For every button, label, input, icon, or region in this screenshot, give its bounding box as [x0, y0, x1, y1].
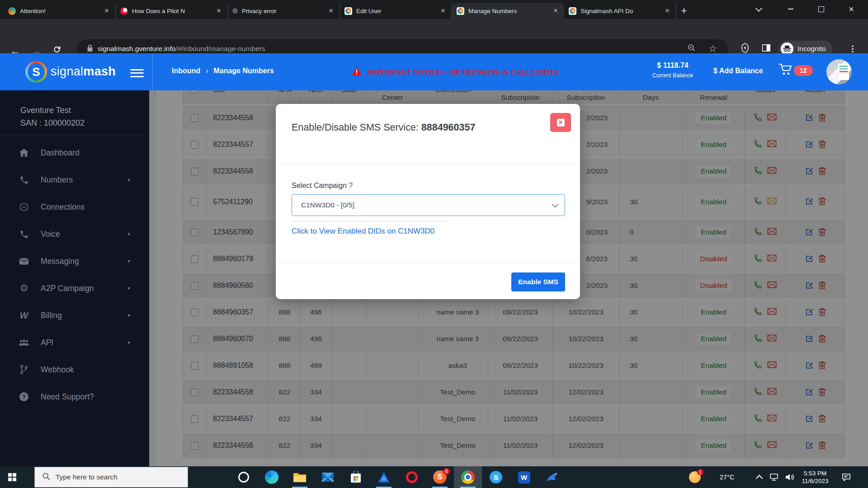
sidebar: Gventure Test SAN : 100000202 DashboardN…	[0, 90, 149, 466]
app-header: S signalmash Inbound › Manage Numbers IM…	[0, 53, 868, 90]
taskbar-app-signalmash-icon[interactable]: S8	[426, 466, 454, 488]
add-balance-button[interactable]: $ Add Balance	[713, 67, 763, 75]
taskbar-app-mail-icon[interactable]	[314, 466, 342, 488]
weather-badge: 1	[697, 469, 703, 475]
chevron-down-icon: ▾	[127, 231, 130, 237]
sidebar-item-label: Billing	[41, 311, 62, 320]
browser-tab[interactable]: Attention!×	[4, 3, 116, 19]
tab-favicon-signalmash-icon: S	[344, 7, 352, 15]
network-icon[interactable]	[769, 466, 778, 488]
tab-favicon-signalmash-icon: S	[457, 7, 464, 15]
taskbar-app-file-explorer-icon[interactable]	[286, 466, 314, 488]
current-balance: $ 1118.74 Current Balance	[641, 61, 704, 79]
sidebar-item-label: Connections	[41, 202, 85, 212]
sidebar-item-voice[interactable]: Voice▾	[0, 221, 149, 248]
browser-tab[interactable]: SSignalmash API Do×	[564, 3, 676, 19]
browser-menu-icon[interactable]	[852, 44, 854, 54]
breadcrumb-section[interactable]: Inbound	[172, 67, 200, 75]
lock-icon	[87, 44, 93, 54]
sidebar-item-label: Webhook	[41, 365, 74, 375]
browser-tab[interactable]: SManage Numbers×	[452, 3, 564, 19]
tab-favicon-signalmash-icon: S	[569, 7, 576, 15]
sidebar-item-webhook[interactable]: Webhook	[0, 356, 149, 383]
phone-icon	[17, 175, 31, 185]
sms-service-modal: Enable/Disable SMS Service: 8884960357 ✕…	[276, 104, 580, 299]
select-chevron-icon	[552, 201, 558, 207]
minimize-button[interactable]	[780, 0, 801, 18]
tab-close-icon[interactable]: ×	[439, 6, 447, 15]
signalmash-logo[interactable]: S	[25, 61, 47, 83]
taskbar-app-phone-link-icon[interactable]	[370, 466, 398, 488]
view-enabled-dids-link[interactable]: Click to View Enabled DIDs on C1NW3D0	[292, 227, 434, 236]
modal-close-button[interactable]: ✕	[550, 113, 571, 132]
weather-tray-icon[interactable]: 1	[689, 466, 701, 488]
gear-icon: ⚙	[17, 283, 31, 293]
taskbar-search[interactable]: Type here to search	[34, 467, 188, 488]
enable-sms-button[interactable]: Enable SMS	[511, 272, 565, 291]
start-button[interactable]	[8, 473, 16, 481]
close-window-button[interactable]: ×	[841, 0, 862, 18]
tab-close-icon[interactable]: ×	[103, 6, 111, 15]
tab-title: Manage Numbers	[468, 8, 552, 14]
tab-close-icon[interactable]: ×	[215, 6, 223, 15]
taskbar-app-word-icon[interactable]: W	[510, 466, 538, 488]
temperature-label: 27°C	[720, 466, 734, 488]
phone-icon	[17, 230, 31, 239]
sidebar-item-need-support[interactable]: ?Need Support?	[0, 383, 149, 410]
taskbar-app-store-icon[interactable]	[342, 466, 370, 488]
envelope-icon	[17, 258, 31, 265]
sidebar-item-label: Need Support?	[41, 392, 94, 402]
volume-icon[interactable]	[785, 466, 795, 488]
bookmark-star-icon[interactable]: ☆	[708, 43, 717, 54]
notice-text: IMPORTANT NOTICE – SIP TRUNKING & CALL L…	[367, 68, 558, 76]
tray-time: 5:53 PM	[802, 469, 828, 477]
new-tab-icon[interactable]: +	[676, 3, 692, 19]
tab-close-icon[interactable]: ×	[663, 6, 671, 15]
tab-title: Signalmash API Do	[580, 8, 663, 14]
clock[interactable]: 5:53 PM11/6/2023	[799, 466, 831, 488]
taskbar-app-skype-icon[interactable]: S	[482, 466, 510, 488]
browser-tab[interactable]: Privacy error×	[228, 3, 340, 19]
notification-center-icon[interactable]	[842, 466, 851, 488]
chevron-down-icon[interactable]	[748, 0, 769, 18]
important-notice[interactable]: IMPORTANT NOTICE – SIP TRUNKING & CALL L…	[352, 67, 558, 77]
sidebar-item-api[interactable]: API▾	[0, 329, 149, 356]
tab-close-icon[interactable]: ×	[552, 6, 560, 15]
maximize-button[interactable]	[811, 0, 831, 18]
campaign-select[interactable]: C1NW3D0 - [0/5]	[292, 194, 565, 216]
tab-close-icon[interactable]: ×	[327, 6, 335, 15]
sidebar-item-dashboard[interactable]: Dashboard	[0, 139, 149, 166]
campaign-label: Select Campaign ?	[292, 182, 353, 190]
help-icon[interactable]: ?	[349, 182, 353, 189]
taskbar-app-edge-icon[interactable]	[258, 466, 286, 488]
tab-favicon-red-swirl-icon	[120, 7, 128, 15]
sidebar-item-billing[interactable]: WBilling▾	[0, 302, 149, 329]
search-icon	[42, 472, 50, 482]
taskbar-app-photos-icon[interactable]	[538, 466, 566, 488]
hexagon-icon	[17, 202, 31, 212]
taskbar-app-chrome-icon[interactable]	[454, 466, 482, 488]
sidebar-item-a2p-campaign[interactable]: ⚙A2P Campaign▾	[0, 275, 149, 302]
browser-tab-strip: Attention!×How Does a Pilot N×Privacy er…	[0, 0, 868, 19]
brand-name: signalmash	[51, 65, 116, 79]
browser-tab[interactable]: How Does a Pilot N×	[116, 3, 228, 19]
sidebar-item-messaging[interactable]: Messaging▾	[0, 248, 149, 275]
close-icon: ✕	[557, 119, 565, 127]
sidebar-item-numbers[interactable]: Numbers▾	[0, 166, 149, 193]
account-name: Gventure Test	[20, 104, 85, 117]
balance-amount: $ 1118.74	[641, 61, 704, 70]
browser-tab[interactable]: SEdit User×	[340, 3, 452, 19]
branch-icon	[17, 365, 31, 375]
avatar[interactable]	[826, 59, 852, 84]
taskbar-app-opera-icon[interactable]	[398, 466, 426, 488]
taskbar-app-cortana-icon[interactable]	[230, 466, 258, 488]
cart-button[interactable]: 12	[778, 63, 813, 78]
taskbar: Type here to search S8SW 1 27°C 5:53 PM1…	[0, 466, 868, 488]
hamburger-menu-icon[interactable]	[130, 67, 144, 79]
sidebar-item-connections[interactable]: Connections	[0, 193, 149, 221]
chevron-down-icon: ▾	[127, 285, 130, 291]
zoom-out-icon[interactable]	[687, 43, 696, 54]
tray-chevron-up-icon[interactable]	[757, 466, 762, 488]
tab-title: Edit User	[356, 8, 439, 14]
tab-title: Privacy error	[242, 8, 327, 14]
